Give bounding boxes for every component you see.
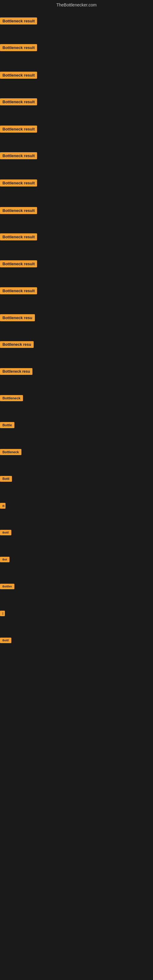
- bottleneck-row-20: Bottl: [0, 530, 11, 536]
- bottleneck-label-6: Bottleneck result: [0, 152, 37, 159]
- bottleneck-row-4: Bottleneck result: [0, 98, 37, 107]
- bottleneck-label-22: Bottlen: [0, 584, 14, 589]
- bottleneck-label-7: Bottleneck result: [0, 180, 37, 186]
- bottleneck-row-9: Bottleneck result: [0, 233, 37, 242]
- bottleneck-row-7: Bottleneck result: [0, 180, 37, 188]
- bottleneck-row-15: Bottleneck: [0, 395, 23, 402]
- bottleneck-label-17: Bottleneck: [0, 449, 21, 455]
- bottleneck-label-15: Bottleneck: [0, 395, 23, 401]
- bottleneck-label-19: B: [0, 503, 5, 509]
- bottleneck-label-1: Bottleneck result: [0, 18, 37, 24]
- bottleneck-label-20: Bottl: [0, 530, 11, 535]
- bottleneck-row-3: Bottleneck result: [0, 72, 37, 80]
- bottleneck-label-16: Bottle: [0, 422, 14, 428]
- bottleneck-row-21: Bot: [0, 557, 10, 563]
- bottleneck-label-4: Bottleneck result: [0, 98, 37, 105]
- bottleneck-row-8: Bottleneck result: [0, 207, 37, 215]
- bottleneck-label-23: |: [0, 611, 5, 616]
- bottleneck-row-22: Bottlen: [0, 584, 14, 590]
- bottleneck-row-6: Bottleneck result: [0, 152, 37, 161]
- bottleneck-label-21: Bot: [0, 557, 10, 562]
- bottleneck-label-24: Bottl: [0, 638, 11, 643]
- bottleneck-row-23: |: [0, 611, 5, 617]
- bottleneck-label-2: Bottleneck result: [0, 44, 37, 51]
- bottleneck-row-2: Bottleneck result: [0, 44, 37, 52]
- bottleneck-row-14: Bottleneck resu: [0, 368, 32, 376]
- bottleneck-label-13: Bottleneck resu: [0, 341, 33, 348]
- bottleneck-row-16: Bottle: [0, 422, 14, 430]
- site-title: TheBottlenecker.com: [0, 0, 153, 10]
- bottleneck-label-18: Bottl: [0, 476, 12, 482]
- bottleneck-label-9: Bottleneck result: [0, 233, 37, 240]
- bottleneck-label-3: Bottleneck result: [0, 72, 37, 79]
- bottleneck-row-19: B: [0, 503, 5, 510]
- bottleneck-row-13: Bottleneck resu: [0, 341, 33, 349]
- bottleneck-row-17: Bottleneck: [0, 449, 21, 456]
- bottleneck-row-12: Bottleneck resu: [0, 314, 35, 323]
- bottleneck-row-11: Bottleneck result: [0, 287, 37, 296]
- bottleneck-label-8: Bottleneck result: [0, 207, 37, 214]
- bottleneck-row-5: Bottleneck result: [0, 126, 37, 134]
- bottleneck-row-18: Bottl: [0, 476, 12, 483]
- bottleneck-label-12: Bottleneck resu: [0, 314, 35, 321]
- bottleneck-label-11: Bottleneck result: [0, 287, 37, 294]
- bottleneck-label-5: Bottleneck result: [0, 126, 37, 133]
- bottleneck-row-10: Bottleneck result: [0, 260, 37, 269]
- bottleneck-row-24: Bottl: [0, 638, 11, 644]
- bottleneck-label-10: Bottleneck result: [0, 260, 37, 267]
- bottleneck-label-14: Bottleneck resu: [0, 368, 32, 375]
- bottleneck-row-1: Bottleneck result: [0, 18, 37, 26]
